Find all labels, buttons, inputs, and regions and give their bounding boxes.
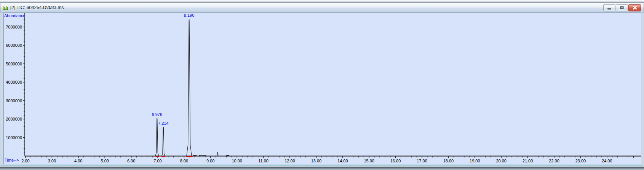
- background-window-top-edge: [0, 0, 644, 3]
- maximize-button[interactable]: [616, 4, 628, 11]
- x-tick-label: 4.00: [74, 159, 82, 163]
- y-tick-label: 7000000: [6, 25, 22, 29]
- y-tick-label: 5000000: [6, 62, 22, 66]
- x-tick-label: 13.00: [311, 159, 321, 163]
- window-bottom-accent-line: [1, 165, 643, 165]
- y-tick-label: 2000000: [6, 117, 22, 121]
- chromatogram-peak: [162, 127, 165, 156]
- plot-area: 2.003.004.005.006.007.008.009.0010.0011.…: [3, 13, 641, 164]
- tic-chromatogram-canvas[interactable]: 2.003.004.005.006.007.008.009.0010.0011.…: [4, 13, 641, 164]
- x-tick-label: 9.00: [206, 159, 214, 163]
- peak-retention-time-label: 8.190: [184, 13, 194, 17]
- screen: [2] TIC: 604254.D\data.ms 2.003.004.005.…: [0, 0, 644, 170]
- axes: 2.003.004.005.006.007.008.009.0010.0011.…: [6, 13, 641, 163]
- peak-retention-time-label: 7.214: [158, 121, 168, 126]
- y-axis-label: Abundance: [4, 13, 26, 18]
- chromatogram-peak: [187, 19, 192, 156]
- x-tick-label: 18.00: [443, 159, 454, 163]
- peak-annotations: 6.9767.2148.190: [152, 13, 195, 126]
- x-tick-label: 7.00: [153, 159, 161, 163]
- x-tick-label: 22.00: [549, 159, 559, 163]
- chromatogram-peak: [217, 153, 219, 156]
- x-tick-label: 8.00: [180, 159, 188, 163]
- window-controls: [603, 4, 642, 11]
- chromatogram-icon[interactable]: [2, 5, 8, 11]
- x-tick-label: 15.00: [364, 159, 374, 163]
- x-tick-label: 23.00: [575, 159, 586, 163]
- x-tick-label: 19.00: [470, 159, 480, 163]
- x-tick-label: 2.00: [21, 159, 29, 163]
- chromatogram-trace: [25, 19, 641, 156]
- x-tick-label: 3.00: [48, 159, 56, 163]
- y-tick-label: 1000000: [6, 135, 22, 140]
- minimize-button[interactable]: [603, 4, 615, 11]
- x-tick-label: 5.00: [101, 159, 109, 163]
- chromatogram-window: [2] TIC: 604254.D\data.ms 2.003.004.005.…: [0, 3, 644, 166]
- y-tick-label: 6000000: [6, 43, 22, 48]
- x-tick-label: 24.00: [602, 159, 612, 163]
- x-tick-label: 11.00: [258, 159, 268, 163]
- background-window-bottom-edge: [0, 166, 644, 170]
- y-tick-label: 4000000: [6, 80, 22, 84]
- x-tick-label: 14.00: [337, 159, 348, 163]
- close-button[interactable]: [628, 4, 641, 11]
- x-tick-label: 10.00: [232, 159, 242, 163]
- x-tick-label: 17.00: [417, 159, 427, 163]
- x-tick-label: 16.00: [390, 159, 401, 163]
- y-tick-label: 3000000: [6, 99, 22, 103]
- minimize-icon: [607, 8, 611, 10]
- titlebar[interactable]: [2] TIC: 604254.D\data.ms: [0, 3, 644, 13]
- x-tick-label: 6.00: [127, 159, 135, 163]
- peak-retention-time-label: 6.976: [152, 112, 162, 117]
- window-title: [2] TIC: 604254.D\data.ms: [10, 5, 603, 10]
- x-tick-label: 12.00: [284, 159, 295, 163]
- x-axis-label: Time-->: [5, 158, 19, 162]
- maximize-icon: [620, 6, 624, 9]
- x-tick-label: 21.00: [523, 159, 533, 163]
- x-tick-label: 20.00: [496, 159, 506, 163]
